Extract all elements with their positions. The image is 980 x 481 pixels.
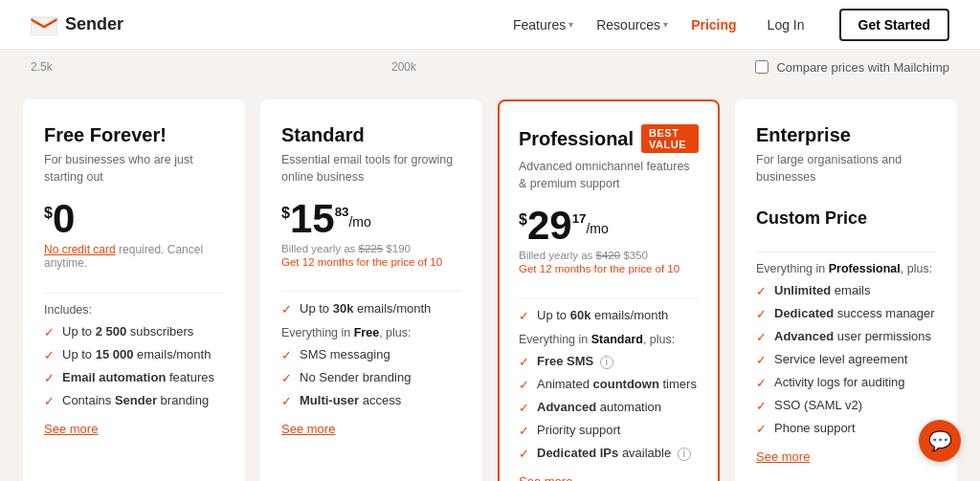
check-icon: ✓: [756, 422, 767, 436]
plan-standard-dollar: $: [281, 205, 290, 222]
slider-left-value: 2.5k: [31, 60, 53, 74]
pricing-grid: Free Forever! For businesses who are jus…: [23, 99, 957, 481]
plan-professional-period: /mo: [586, 221, 608, 236]
list-item: ✓ Email automation features: [44, 370, 224, 385]
chat-icon: 💬: [928, 429, 952, 452]
check-icon: ✓: [519, 401, 529, 415]
check-icon: ✓: [756, 284, 767, 298]
list-item: ✓ Contains Sender branding: [44, 393, 224, 408]
list-item: ✓ SSO (SAML v2): [756, 398, 936, 413]
plan-free-includes: Includes:: [44, 303, 224, 317]
plan-professional-badge: Best Value: [641, 124, 699, 153]
plan-professional-billing1: Billed yearly as $420 $350: [519, 250, 699, 261]
plan-standard-sup: 83: [335, 205, 349, 226]
plan-standard-see-more[interactable]: See more: [281, 422, 461, 436]
check-icon: ✓: [519, 447, 529, 461]
plan-free-note: No credit card required. Cancel anytime.: [44, 243, 224, 270]
pricing-section: Free Forever! For businesses who are jus…: [0, 84, 980, 481]
list-item: ✓ Advanced user permissions: [756, 329, 936, 344]
plan-standard-includes: Everything in Free, plus:: [281, 326, 461, 339]
plan-free-see-more[interactable]: See more: [44, 422, 224, 436]
logo-icon: [31, 14, 57, 35]
list-item: ✓ Dedicated success manager: [756, 306, 936, 321]
list-item: ✓ Priority support: [519, 423, 699, 438]
list-item: ✓ Multi-user access: [281, 393, 461, 408]
list-item: ✓ Advanced automation: [519, 400, 699, 415]
plan-professional-title-row: Professional Best Value: [519, 124, 699, 153]
plan-free-price-row: $ 0: [44, 199, 224, 239]
plan-professional-title: Professional: [519, 128, 634, 150]
chevron-down-icon: ▾: [663, 19, 668, 30]
list-item: ✓ Service level agreement: [756, 352, 936, 367]
plan-enterprise-features: ✓ Unlimited emails ✓ Dedicated success m…: [756, 283, 936, 436]
plan-standard-period: /mo: [348, 214, 370, 230]
compare-checkbox-container: Compare prices with Mailchimp: [755, 60, 949, 75]
plan-professional-sup: 17: [572, 211, 587, 232]
check-icon: ✓: [519, 355, 529, 369]
plan-enterprise-subtitle: For large organisations and businesses: [756, 152, 936, 186]
check-icon: ✓: [756, 330, 767, 344]
plan-enterprise-includes: Everything in Professional, plus:: [756, 262, 936, 275]
list-item: ✓ No Sender branding: [281, 370, 461, 385]
plan-enterprise-custom-price: Custom Price: [756, 208, 936, 229]
chevron-down-icon: ▾: [568, 19, 573, 30]
check-icon: ✓: [756, 353, 767, 367]
check-icon: ✓: [281, 348, 292, 362]
check-icon: ✓: [756, 307, 767, 321]
plan-standard-features: ✓ SMS messaging ✓ No Sender branding ✓ M…: [281, 347, 461, 408]
plan-free-dollar: $: [44, 205, 53, 222]
navbar: Sender Features ▾ Resources ▾ Pricing Lo…: [0, 0, 980, 50]
plan-professional-email-limit: ✓ Up to 60k emails/month: [519, 308, 699, 323]
nav-get-started-button[interactable]: Get Started: [839, 9, 949, 41]
plan-professional-dollar: $: [519, 211, 527, 229]
compare-checkbox-label: Compare prices with Mailchimp: [776, 60, 949, 75]
check-icon: ✓: [519, 309, 529, 323]
list-item: ✓ Up to 15 000 emails/month: [44, 347, 224, 362]
check-icon: ✓: [281, 371, 292, 385]
compare-checkbox-input[interactable]: [755, 60, 768, 74]
plan-professional: Professional Best Value Advanced omnicha…: [498, 99, 720, 481]
plan-professional-amount: 29: [527, 206, 572, 246]
check-icon: ✓: [756, 399, 767, 413]
plan-professional-includes: Everything in Standard, plus:: [519, 333, 699, 346]
plan-enterprise-see-more[interactable]: See more: [756, 449, 936, 464]
plan-standard: Standard Essential email tools for growi…: [260, 99, 482, 481]
nav-login[interactable]: Log In: [768, 17, 805, 33]
plan-free-amount: 0: [53, 199, 75, 239]
list-item: ✓ SMS messaging: [281, 347, 461, 362]
plan-professional-price-row: $ 29 17 /mo: [519, 206, 699, 246]
list-item: ✓ Unlimited emails: [756, 283, 936, 298]
plan-professional-subtitle: Advanced omnichannel features & premium …: [519, 159, 699, 192]
list-item: ✓ Activity logs for auditing: [756, 375, 936, 390]
plan-professional-see-more[interactable]: See more: [519, 474, 699, 481]
chat-button[interactable]: 💬: [919, 420, 961, 462]
nav-resources[interactable]: Resources ▾: [596, 17, 668, 33]
plan-enterprise: Enterprise For large organisations and b…: [735, 99, 957, 481]
nav-pricing[interactable]: Pricing: [691, 17, 736, 33]
check-icon: ✓: [44, 325, 55, 339]
list-item: ✓ Free SMS i: [519, 354, 699, 369]
no-credit-card-link[interactable]: No credit card: [44, 243, 116, 256]
plan-free: Free Forever! For businesses who are jus…: [23, 99, 245, 481]
check-icon: ✓: [519, 424, 529, 438]
check-icon: ✓: [281, 394, 292, 408]
info-icon: i: [600, 356, 613, 369]
nav-links: Features ▾ Resources ▾ Pricing Log In Ge…: [513, 9, 949, 41]
logo[interactable]: Sender: [31, 14, 123, 35]
plan-free-features: ✓ Up to 2 500 subscribers ✓ Up to 15 000…: [44, 324, 224, 408]
slider-right-value: 200k: [391, 60, 416, 74]
plan-enterprise-title: Enterprise: [756, 124, 936, 146]
list-item: ✓ Dedicated IPs available i: [519, 446, 699, 461]
check-icon: ✓: [519, 378, 529, 392]
plan-standard-email-limit: ✓ Up to 30k emails/month: [281, 301, 461, 317]
plan-professional-features: ✓ Free SMS i ✓ Animated countdown timers…: [519, 354, 699, 461]
plan-standard-billing2: Get 12 months for the price of 10: [281, 256, 461, 268]
check-icon: ✓: [44, 394, 55, 408]
plan-standard-billing1: Billed yearly as $225 $190: [281, 243, 461, 254]
nav-features[interactable]: Features ▾: [513, 17, 573, 33]
list-item: ✓ Animated countdown timers: [519, 377, 699, 392]
list-item: ✓ Up to 2 500 subscribers: [44, 324, 224, 339]
plan-free-subtitle: For businesses who are just starting out: [44, 152, 224, 186]
plan-standard-subtitle: Essential email tools for growing online…: [281, 152, 461, 186]
plan-free-title: Free Forever!: [44, 124, 224, 146]
